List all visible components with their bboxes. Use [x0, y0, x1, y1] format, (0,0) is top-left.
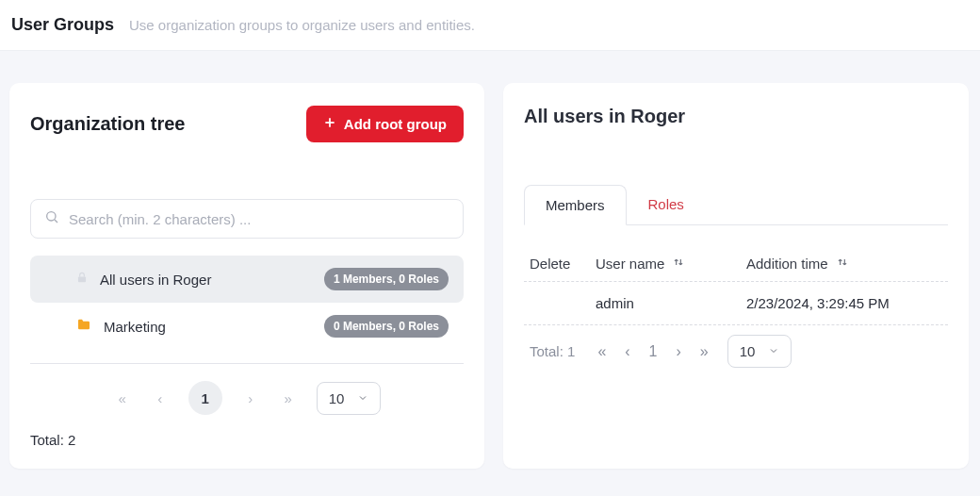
tree-row-badge: 0 Members, 0 Roles	[324, 315, 449, 338]
page-current[interactable]: 1	[649, 343, 658, 360]
page-prev-button[interactable]: ‹	[625, 343, 629, 360]
page-current[interactable]: 1	[188, 381, 222, 415]
col-addition-time[interactable]: Addition time	[746, 256, 942, 272]
svg-line-3	[55, 220, 57, 223]
table-header: Delete User name Addition time	[524, 246, 948, 281]
svg-point-2	[47, 212, 56, 221]
tree-row-all-users[interactable]: All users in Roger 1 Members, 0 Roles	[30, 256, 464, 303]
page-subtitle: Use organization groups to organize user…	[129, 17, 475, 33]
svg-rect-4	[78, 276, 86, 282]
chevron-down-icon	[357, 390, 368, 406]
cell-addition-time: 2/23/2024, 3:29:45 PM	[746, 295, 942, 311]
search-icon	[44, 209, 59, 228]
organization-tree-title: Organization tree	[30, 113, 185, 135]
cell-username: admin	[596, 295, 746, 311]
tree-row-marketing[interactable]: Marketing 0 Members, 0 Roles	[30, 303, 464, 350]
search-input[interactable]	[69, 211, 449, 227]
tree-total: Total: 2	[30, 432, 464, 448]
add-root-group-button[interactable]: Add root group	[306, 106, 464, 142]
page-next-button[interactable]: ›	[677, 343, 681, 360]
page-first-button[interactable]: «	[597, 343, 606, 360]
tab-members[interactable]: Members	[524, 185, 627, 225]
col-username-label: User name	[596, 256, 664, 272]
col-delete: Delete	[530, 256, 596, 272]
add-root-group-label: Add root group	[344, 116, 447, 132]
page-last-button[interactable]: »	[700, 343, 709, 360]
divider	[30, 363, 464, 364]
tree-row-badge: 1 Members, 0 Roles	[324, 268, 449, 290]
page-size-select[interactable]: 10	[317, 382, 382, 415]
tree-row-label: Marketing	[104, 319, 166, 335]
page-size-value: 10	[740, 343, 756, 359]
folder-icon	[75, 317, 92, 336]
group-detail-card: All users in Roger Members Roles Delete …	[503, 83, 969, 469]
members-total: Total: 1	[530, 343, 575, 359]
chevron-down-icon	[768, 343, 779, 359]
members-table: Delete User name Addition time adm	[524, 225, 948, 368]
page-prev-button[interactable]: ‹	[151, 390, 170, 406]
tabs: Members Roles	[524, 184, 948, 224]
page-first-button[interactable]: «	[113, 390, 132, 406]
tab-roles[interactable]: Roles	[627, 184, 706, 224]
plus-icon	[323, 116, 336, 132]
page-header: User Groups Use organization groups to o…	[0, 0, 980, 51]
page-title: User Groups	[11, 15, 114, 35]
table-row[interactable]: admin 2/23/2024, 3:29:45 PM	[524, 282, 948, 324]
tree-row-label: All users in Roger	[100, 272, 211, 288]
page-size-value: 10	[329, 390, 345, 406]
members-pagination: Total: 1 « ‹ 1 › » 10	[524, 325, 948, 368]
content-area: Organization tree Add root group All use…	[0, 51, 980, 478]
tree-pagination: « ‹ 1 › » 10	[30, 373, 464, 419]
sort-icon	[836, 256, 849, 272]
lock-icon	[75, 270, 89, 289]
search-input-wrap[interactable]	[30, 199, 464, 239]
col-addition-label: Addition time	[746, 256, 828, 272]
group-detail-title: All users in Roger	[524, 106, 948, 127]
page-next-button[interactable]: ›	[241, 390, 260, 406]
page-size-select[interactable]: 10	[727, 335, 792, 368]
sort-icon	[672, 256, 685, 272]
organization-tree-card: Organization tree Add root group All use…	[9, 83, 484, 469]
page-last-button[interactable]: »	[279, 390, 298, 406]
col-username[interactable]: User name	[596, 256, 746, 272]
